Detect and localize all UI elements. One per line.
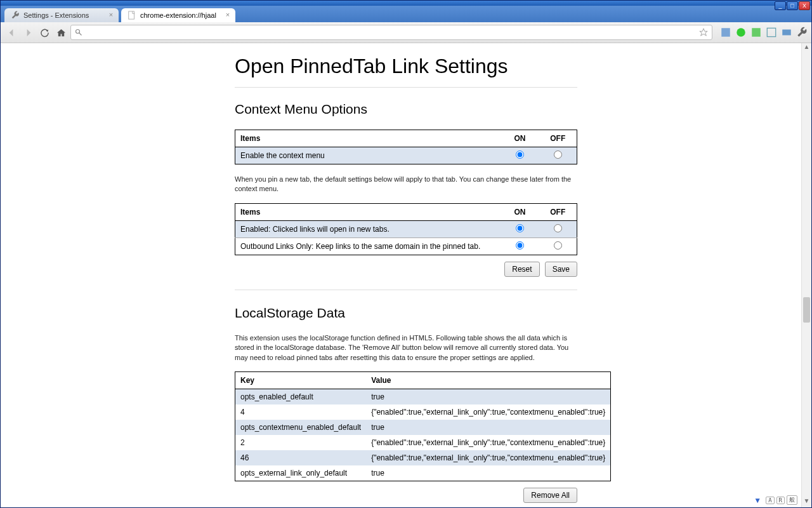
table-row: 4{"enabled":true,"external_link_only":tr…	[235, 404, 611, 420]
titlebar	[1, 1, 811, 6]
ls-value: {"enabled":true,"external_link_only":tru…	[366, 404, 611, 420]
ls-value: {"enabled":true,"external_link_only":tru…	[366, 450, 611, 465]
svg-point-1	[76, 30, 80, 34]
defaults-table: Items ON OFF Enabled: Clicked links will…	[235, 203, 577, 255]
option-on-cell	[501, 147, 539, 164]
status-indicator-kana: 般	[787, 495, 797, 505]
ext-icon-4[interactable]	[766, 27, 777, 38]
tab-label: Settings - Extensions	[23, 11, 89, 19]
vertical-scrollbar[interactable]: ▲ ▼	[801, 43, 811, 507]
page-content: Open PinnedTab Link Settings Context Men…	[1, 55, 811, 507]
scroll-down-arrow[interactable]: ▼	[802, 497, 811, 507]
divider	[235, 87, 577, 88]
ext-icon-3[interactable]	[750, 27, 762, 38]
home-button[interactable]	[54, 25, 68, 39]
section-title-localstorage: LocalStorage Data	[235, 305, 577, 321]
wrench-menu-icon[interactable]	[796, 27, 808, 38]
col-key: Key	[235, 371, 367, 389]
section-title-context-menu: Context Menu Options	[235, 102, 577, 117]
ls-key: opts_enabled_default	[235, 389, 367, 404]
radio-on[interactable]	[516, 150, 524, 159]
ext-icon-1[interactable]	[720, 27, 731, 38]
radio-off[interactable]	[554, 224, 562, 232]
table-row: opts_external_link_only_defaulttrue	[235, 465, 611, 481]
ext-icon-2[interactable]	[735, 27, 747, 38]
divider	[235, 290, 577, 290]
svg-rect-5	[752, 28, 761, 37]
col-on: ON	[501, 203, 539, 220]
tab-strip: Settings - Extensions × chrome-extension…	[1, 6, 811, 22]
col-items: Items	[235, 203, 501, 220]
tab-close-icon[interactable]: ×	[224, 11, 232, 18]
ls-key: 46	[235, 450, 367, 465]
ls-key: opts_external_link_only_default	[235, 465, 367, 481]
status-down-arrow-icon: ▼	[754, 496, 761, 505]
wrench-icon	[11, 11, 20, 20]
radio-off[interactable]	[554, 150, 562, 159]
svg-line-2	[79, 33, 82, 36]
tab-label: chrome-extension://hjaal	[140, 11, 216, 19]
scroll-thumb[interactable]	[803, 297, 810, 323]
window-frame: _ □ X Settings - Extensions × chrome-ext…	[0, 0, 812, 508]
ls-value: true	[366, 465, 611, 481]
svg-rect-6	[767, 28, 776, 37]
ls-value: true	[366, 389, 611, 404]
option-on-cell	[501, 220, 539, 237]
table-row: opts_contextmenu_enabled_defaulttrue	[235, 420, 611, 435]
ls-key: 4	[235, 404, 367, 420]
table-row: Outbound Links Only: Keep links to the s…	[235, 237, 577, 255]
localstorage-description: This extension uses the localStorage fun…	[235, 333, 577, 363]
option-off-cell	[539, 220, 577, 237]
tab-close-icon[interactable]: ×	[107, 11, 115, 18]
forward-button[interactable]	[21, 25, 35, 39]
reset-button[interactable]: Reset	[504, 262, 539, 277]
save-button[interactable]: Save	[545, 262, 577, 277]
status-indicator-r: R	[776, 497, 785, 504]
col-items: Items	[235, 130, 501, 147]
back-button[interactable]	[4, 25, 18, 39]
ext-icon-5[interactable]	[781, 27, 792, 38]
col-off: OFF	[539, 130, 577, 147]
status-indicator-a: A	[766, 497, 774, 504]
address-bar[interactable]	[70, 25, 712, 40]
bookmark-star-icon[interactable]	[699, 28, 708, 37]
reset-save-row: Reset Save	[235, 262, 577, 277]
table-row: opts_enabled_defaulttrue	[235, 389, 611, 404]
ls-key: 2	[235, 435, 367, 450]
page-icon	[128, 11, 136, 20]
tab-extension-page[interactable]: chrome-extension://hjaal ×	[121, 8, 235, 22]
table-row: 2{"enabled":true,"external_link_only":tr…	[235, 435, 611, 450]
status-bar: ▼ A R 般	[754, 495, 797, 505]
window-controls: _ □ X	[774, 1, 810, 10]
tab-settings-extensions[interactable]: Settings - Extensions ×	[4, 8, 119, 22]
search-icon	[75, 29, 82, 36]
close-button[interactable]: X	[799, 1, 810, 10]
page-title: Open PinnedTab Link Settings	[235, 55, 577, 78]
toolbar	[1, 22, 811, 43]
option-label: Enabled: Clicked links will open in new …	[235, 220, 501, 237]
context-menu-table: Items ON OFF Enable the context menu	[235, 130, 577, 164]
radio-off[interactable]	[554, 241, 562, 250]
col-value: Value	[366, 371, 611, 389]
remove-all-row: Remove All	[235, 488, 577, 503]
radio-on[interactable]	[516, 224, 524, 232]
svg-rect-0	[129, 11, 134, 19]
ls-value: {"enabled":true,"external_link_only":tru…	[366, 435, 611, 450]
table-row: Enable the context menu	[235, 147, 577, 164]
maximize-button[interactable]: □	[787, 1, 798, 10]
scroll-up-arrow[interactable]: ▲	[802, 43, 811, 53]
minimize-button[interactable]: _	[775, 1, 786, 10]
reload-button[interactable]	[37, 25, 51, 39]
option-label: Enable the context menu	[235, 147, 501, 164]
option-label: Outbound Links Only: Keep links to the s…	[235, 237, 501, 255]
ls-value: true	[366, 420, 611, 435]
option-off-cell	[539, 147, 577, 164]
remove-all-button[interactable]: Remove All	[523, 488, 577, 503]
svg-rect-7	[782, 30, 791, 36]
col-on: ON	[501, 130, 539, 147]
viewport: ▲ ▼ Open PinnedTab Link Settings Context…	[1, 43, 811, 507]
svg-point-4	[737, 28, 745, 37]
svg-rect-3	[721, 28, 730, 37]
option-on-cell	[501, 237, 539, 255]
radio-on[interactable]	[516, 241, 524, 250]
